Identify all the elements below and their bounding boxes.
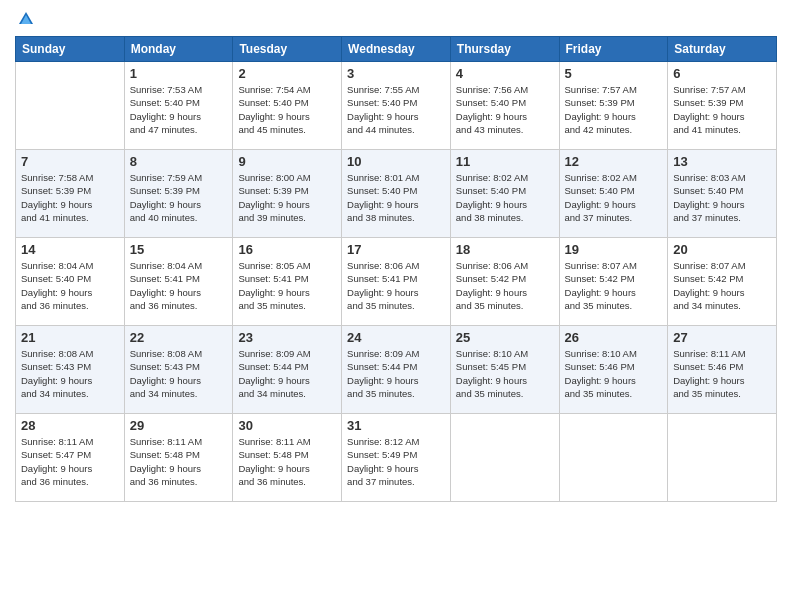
day-info: Sunrise: 8:03 AM Sunset: 5:40 PM Dayligh… [673,171,771,224]
day-info: Sunrise: 8:06 AM Sunset: 5:41 PM Dayligh… [347,259,445,312]
day-number: 10 [347,154,445,169]
day-info: Sunrise: 7:57 AM Sunset: 5:39 PM Dayligh… [565,83,663,136]
logo [15,10,37,28]
calendar-day-cell: 18Sunrise: 8:06 AM Sunset: 5:42 PM Dayli… [450,238,559,326]
calendar-table: SundayMondayTuesdayWednesdayThursdayFrid… [15,36,777,502]
weekday-header: Wednesday [342,37,451,62]
calendar-day-cell: 23Sunrise: 8:09 AM Sunset: 5:44 PM Dayli… [233,326,342,414]
calendar-day-cell: 17Sunrise: 8:06 AM Sunset: 5:41 PM Dayli… [342,238,451,326]
day-number: 2 [238,66,336,81]
day-number: 24 [347,330,445,345]
day-number: 1 [130,66,228,81]
day-number: 29 [130,418,228,433]
day-number: 12 [565,154,663,169]
day-number: 4 [456,66,554,81]
day-number: 23 [238,330,336,345]
calendar-day-cell: 27Sunrise: 8:11 AM Sunset: 5:46 PM Dayli… [668,326,777,414]
day-number: 3 [347,66,445,81]
day-info: Sunrise: 8:07 AM Sunset: 5:42 PM Dayligh… [673,259,771,312]
calendar-day-cell: 3Sunrise: 7:55 AM Sunset: 5:40 PM Daylig… [342,62,451,150]
calendar-day-cell: 6Sunrise: 7:57 AM Sunset: 5:39 PM Daylig… [668,62,777,150]
day-info: Sunrise: 8:12 AM Sunset: 5:49 PM Dayligh… [347,435,445,488]
day-number: 28 [21,418,119,433]
calendar-day-cell: 16Sunrise: 8:05 AM Sunset: 5:41 PM Dayli… [233,238,342,326]
calendar-day-cell: 9Sunrise: 8:00 AM Sunset: 5:39 PM Daylig… [233,150,342,238]
calendar-day-cell [450,414,559,502]
day-info: Sunrise: 7:55 AM Sunset: 5:40 PM Dayligh… [347,83,445,136]
day-info: Sunrise: 8:08 AM Sunset: 5:43 PM Dayligh… [21,347,119,400]
day-info: Sunrise: 7:57 AM Sunset: 5:39 PM Dayligh… [673,83,771,136]
calendar-day-cell: 22Sunrise: 8:08 AM Sunset: 5:43 PM Dayli… [124,326,233,414]
day-info: Sunrise: 8:11 AM Sunset: 5:46 PM Dayligh… [673,347,771,400]
calendar-day-cell: 11Sunrise: 8:02 AM Sunset: 5:40 PM Dayli… [450,150,559,238]
day-number: 27 [673,330,771,345]
calendar-day-cell: 2Sunrise: 7:54 AM Sunset: 5:40 PM Daylig… [233,62,342,150]
page-container: SundayMondayTuesdayWednesdayThursdayFrid… [0,0,792,612]
day-info: Sunrise: 8:11 AM Sunset: 5:47 PM Dayligh… [21,435,119,488]
day-number: 6 [673,66,771,81]
day-number: 18 [456,242,554,257]
day-info: Sunrise: 8:10 AM Sunset: 5:45 PM Dayligh… [456,347,554,400]
day-info: Sunrise: 8:07 AM Sunset: 5:42 PM Dayligh… [565,259,663,312]
calendar-day-cell: 26Sunrise: 8:10 AM Sunset: 5:46 PM Dayli… [559,326,668,414]
weekday-header: Tuesday [233,37,342,62]
calendar-day-cell: 28Sunrise: 8:11 AM Sunset: 5:47 PM Dayli… [16,414,125,502]
weekday-header: Sunday [16,37,125,62]
calendar-day-cell [668,414,777,502]
day-info: Sunrise: 8:04 AM Sunset: 5:40 PM Dayligh… [21,259,119,312]
day-number: 11 [456,154,554,169]
calendar-week-row: 7Sunrise: 7:58 AM Sunset: 5:39 PM Daylig… [16,150,777,238]
day-info: Sunrise: 8:10 AM Sunset: 5:46 PM Dayligh… [565,347,663,400]
calendar-day-cell: 4Sunrise: 7:56 AM Sunset: 5:40 PM Daylig… [450,62,559,150]
calendar-day-cell: 15Sunrise: 8:04 AM Sunset: 5:41 PM Dayli… [124,238,233,326]
day-info: Sunrise: 8:00 AM Sunset: 5:39 PM Dayligh… [238,171,336,224]
day-info: Sunrise: 8:06 AM Sunset: 5:42 PM Dayligh… [456,259,554,312]
day-number: 9 [238,154,336,169]
day-number: 5 [565,66,663,81]
day-number: 7 [21,154,119,169]
day-number: 16 [238,242,336,257]
day-info: Sunrise: 8:04 AM Sunset: 5:41 PM Dayligh… [130,259,228,312]
day-info: Sunrise: 7:56 AM Sunset: 5:40 PM Dayligh… [456,83,554,136]
calendar-day-cell: 20Sunrise: 8:07 AM Sunset: 5:42 PM Dayli… [668,238,777,326]
day-info: Sunrise: 8:08 AM Sunset: 5:43 PM Dayligh… [130,347,228,400]
calendar-day-cell: 8Sunrise: 7:59 AM Sunset: 5:39 PM Daylig… [124,150,233,238]
weekday-header: Saturday [668,37,777,62]
day-number: 26 [565,330,663,345]
day-number: 31 [347,418,445,433]
calendar-day-cell: 30Sunrise: 8:11 AM Sunset: 5:48 PM Dayli… [233,414,342,502]
calendar-day-cell [559,414,668,502]
day-number: 25 [456,330,554,345]
weekday-header: Thursday [450,37,559,62]
calendar-week-row: 21Sunrise: 8:08 AM Sunset: 5:43 PM Dayli… [16,326,777,414]
calendar-week-row: 14Sunrise: 8:04 AM Sunset: 5:40 PM Dayli… [16,238,777,326]
day-info: Sunrise: 8:01 AM Sunset: 5:40 PM Dayligh… [347,171,445,224]
day-number: 20 [673,242,771,257]
calendar-day-cell: 31Sunrise: 8:12 AM Sunset: 5:49 PM Dayli… [342,414,451,502]
logo-icon [17,10,35,28]
day-info: Sunrise: 8:11 AM Sunset: 5:48 PM Dayligh… [130,435,228,488]
calendar-day-cell: 24Sunrise: 8:09 AM Sunset: 5:44 PM Dayli… [342,326,451,414]
calendar-day-cell: 29Sunrise: 8:11 AM Sunset: 5:48 PM Dayli… [124,414,233,502]
calendar-day-cell: 5Sunrise: 7:57 AM Sunset: 5:39 PM Daylig… [559,62,668,150]
header [15,10,777,28]
calendar-day-cell: 25Sunrise: 8:10 AM Sunset: 5:45 PM Dayli… [450,326,559,414]
day-number: 13 [673,154,771,169]
day-info: Sunrise: 8:02 AM Sunset: 5:40 PM Dayligh… [456,171,554,224]
calendar-day-cell [16,62,125,150]
day-info: Sunrise: 7:59 AM Sunset: 5:39 PM Dayligh… [130,171,228,224]
day-info: Sunrise: 8:11 AM Sunset: 5:48 PM Dayligh… [238,435,336,488]
calendar-day-cell: 21Sunrise: 8:08 AM Sunset: 5:43 PM Dayli… [16,326,125,414]
day-number: 15 [130,242,228,257]
calendar-day-cell: 13Sunrise: 8:03 AM Sunset: 5:40 PM Dayli… [668,150,777,238]
calendar-day-cell: 1Sunrise: 7:53 AM Sunset: 5:40 PM Daylig… [124,62,233,150]
weekday-header: Friday [559,37,668,62]
calendar-header-row: SundayMondayTuesdayWednesdayThursdayFrid… [16,37,777,62]
day-number: 22 [130,330,228,345]
day-info: Sunrise: 7:58 AM Sunset: 5:39 PM Dayligh… [21,171,119,224]
calendar-day-cell: 10Sunrise: 8:01 AM Sunset: 5:40 PM Dayli… [342,150,451,238]
day-number: 21 [21,330,119,345]
day-info: Sunrise: 8:05 AM Sunset: 5:41 PM Dayligh… [238,259,336,312]
calendar-week-row: 28Sunrise: 8:11 AM Sunset: 5:47 PM Dayli… [16,414,777,502]
day-info: Sunrise: 8:09 AM Sunset: 5:44 PM Dayligh… [347,347,445,400]
